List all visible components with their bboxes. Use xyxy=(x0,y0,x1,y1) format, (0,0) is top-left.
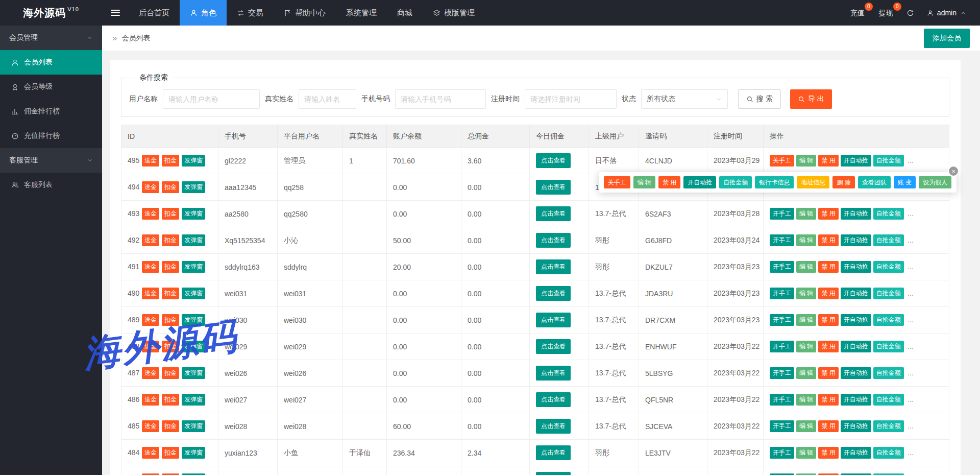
edit-button[interactable]: 编 辑 xyxy=(796,420,816,432)
sidebar-item-member-list[interactable]: 会员列表 xyxy=(0,50,102,75)
disable-button[interactable]: 禁 用 xyxy=(818,208,838,219)
popup-action-button[interactable]: 开自动抢 xyxy=(683,176,716,188)
auto-grab-button[interactable]: 开自动抢 xyxy=(841,234,871,246)
deduct-money-button[interactable]: 扣金 xyxy=(162,181,179,193)
view-today-commission-button[interactable]: 点击查看 xyxy=(536,206,571,221)
edit-button[interactable]: 编 辑 xyxy=(796,367,816,378)
popup-message-button[interactable]: 发弹窗 xyxy=(182,394,205,405)
gift-money-button[interactable]: 送金 xyxy=(142,288,159,299)
popup-message-button[interactable]: 发弹窗 xyxy=(182,261,205,272)
edit-button[interactable]: 编 辑 xyxy=(796,234,816,246)
disable-button[interactable]: 禁 用 xyxy=(818,447,838,458)
deduct-money-button[interactable]: 扣金 xyxy=(162,447,179,458)
auto-grab-button[interactable]: 开自动抢 xyxy=(841,314,871,325)
deduct-money-button[interactable]: 扣金 xyxy=(162,394,179,405)
popup-action-button[interactable]: 银行卡信息 xyxy=(755,176,794,188)
regtime-input[interactable] xyxy=(525,89,617,109)
sidebar-group-service-management[interactable]: 客服管理 xyxy=(0,148,102,173)
status-select[interactable]: 所有状态 xyxy=(641,89,728,109)
edit-button[interactable]: 编 辑 xyxy=(796,394,816,405)
auto-grab-button[interactable]: 开自动抢 xyxy=(841,288,871,299)
gift-money-button[interactable]: 送金 xyxy=(142,447,159,458)
disable-button[interactable]: 禁 用 xyxy=(818,341,838,352)
popup-action-button[interactable]: 设为假人 xyxy=(919,176,951,188)
grab-amount-button[interactable]: 自抢金额 xyxy=(873,234,904,246)
more-ops-button[interactable]: ... xyxy=(908,263,914,271)
view-today-commission-button[interactable]: 点击查看 xyxy=(536,392,571,407)
sidebar-item-service-list[interactable]: 客服列表 xyxy=(0,173,102,197)
deduct-money-button[interactable]: 扣金 xyxy=(162,234,179,246)
edit-button[interactable]: 编 辑 xyxy=(796,447,816,458)
manual-toggle-button[interactable]: 开手工 xyxy=(770,314,794,325)
export-button[interactable]: 导 出 xyxy=(790,89,832,109)
deduct-money-button[interactable]: 扣金 xyxy=(162,288,179,299)
popup-message-button[interactable]: 发弹窗 xyxy=(182,234,205,246)
nav-item-role[interactable]: 角色 xyxy=(180,0,227,26)
nav-item-help[interactable]: 帮助中心 xyxy=(274,0,336,26)
disable-button[interactable]: 禁 用 xyxy=(818,394,838,405)
auto-grab-button[interactable]: 开自动抢 xyxy=(841,261,871,272)
gift-money-button[interactable]: 送金 xyxy=(142,420,159,432)
gift-money-button[interactable]: 送金 xyxy=(142,367,159,378)
manual-toggle-button[interactable]: 开手工 xyxy=(770,420,794,432)
view-today-commission-button[interactable]: 点击查看 xyxy=(536,259,571,274)
edit-button[interactable]: 编 辑 xyxy=(796,314,816,325)
edit-button[interactable]: 编 辑 xyxy=(796,208,816,219)
popup-action-button[interactable]: 查看团队 xyxy=(858,176,891,188)
manual-toggle-button[interactable]: 关手工 xyxy=(770,155,794,166)
view-today-commission-button[interactable]: 点击查看 xyxy=(536,153,571,168)
auto-grab-button[interactable]: 开自动抢 xyxy=(841,420,871,432)
more-ops-button[interactable]: ... xyxy=(908,316,914,324)
popup-action-button[interactable]: 账 变 xyxy=(894,176,916,188)
popup-action-button[interactable]: 禁 用 xyxy=(658,176,680,188)
edit-button[interactable]: 编 辑 xyxy=(796,155,816,166)
manual-toggle-button[interactable]: 开手工 xyxy=(770,341,794,352)
grab-amount-button[interactable]: 自抢金额 xyxy=(873,367,904,378)
popup-message-button[interactable]: 发弹窗 xyxy=(182,288,205,299)
grab-amount-button[interactable]: 自抢金额 xyxy=(873,155,904,166)
deduct-money-button[interactable]: 扣金 xyxy=(162,261,179,272)
disable-button[interactable]: 禁 用 xyxy=(818,234,838,246)
auto-grab-button[interactable]: 开自动抢 xyxy=(841,208,871,219)
grab-amount-button[interactable]: 自抢金额 xyxy=(873,341,904,352)
disable-button[interactable]: 禁 用 xyxy=(818,314,838,325)
grab-amount-button[interactable]: 自抢金额 xyxy=(873,314,904,325)
more-ops-button[interactable]: ... xyxy=(908,369,914,377)
disable-button[interactable]: 禁 用 xyxy=(818,367,838,378)
view-today-commission-button[interactable]: 点击查看 xyxy=(536,472,571,475)
auto-grab-button[interactable]: 开自动抢 xyxy=(841,367,871,378)
gift-money-button[interactable]: 送金 xyxy=(142,181,159,193)
deduct-money-button[interactable]: 扣金 xyxy=(162,341,179,352)
view-today-commission-button[interactable]: 点击查看 xyxy=(536,419,571,434)
grab-amount-button[interactable]: 自抢金额 xyxy=(873,288,904,299)
nav-item-template[interactable]: 模版管理 xyxy=(423,0,485,26)
manual-toggle-button[interactable]: 开手工 xyxy=(770,234,794,246)
edit-button[interactable]: 编 辑 xyxy=(796,288,816,299)
nav-item-trade[interactable]: 交易 xyxy=(227,0,274,26)
popup-message-button[interactable]: 发弹窗 xyxy=(182,447,205,458)
more-ops-button[interactable]: ... xyxy=(908,156,914,164)
manual-toggle-button[interactable]: 开手工 xyxy=(770,394,794,405)
popup-action-button[interactable]: 关手工 xyxy=(604,176,630,188)
withdraw-button[interactable]: 提现 0 xyxy=(872,0,900,26)
auto-grab-button[interactable]: 开自动抢 xyxy=(841,447,871,458)
gift-money-button[interactable]: 送金 xyxy=(142,314,159,325)
grab-amount-button[interactable]: 自抢金额 xyxy=(873,208,904,219)
deduct-money-button[interactable]: 扣金 xyxy=(162,420,179,432)
manual-toggle-button[interactable]: 开手工 xyxy=(770,447,794,458)
phone-input[interactable] xyxy=(395,89,486,109)
deduct-money-button[interactable]: 扣金 xyxy=(162,208,179,219)
grab-amount-button[interactable]: 自抢金额 xyxy=(873,394,904,405)
grab-amount-button[interactable]: 自抢金额 xyxy=(873,420,904,432)
gift-money-button[interactable]: 送金 xyxy=(142,394,159,405)
view-today-commission-button[interactable]: 点击查看 xyxy=(536,339,571,354)
popup-action-button[interactable]: 编 辑 xyxy=(633,176,655,188)
realname-input[interactable] xyxy=(299,89,356,109)
deduct-money-button[interactable]: 扣金 xyxy=(162,367,179,378)
popup-action-button[interactable]: 地址信息 xyxy=(797,176,829,188)
popup-action-button[interactable]: 删 除 xyxy=(832,176,854,188)
username-input[interactable] xyxy=(163,89,260,109)
more-ops-button[interactable]: ... xyxy=(908,236,914,244)
popup-action-button[interactable]: 自抢金额 xyxy=(719,176,752,188)
popup-message-button[interactable]: 发弹窗 xyxy=(182,341,205,352)
